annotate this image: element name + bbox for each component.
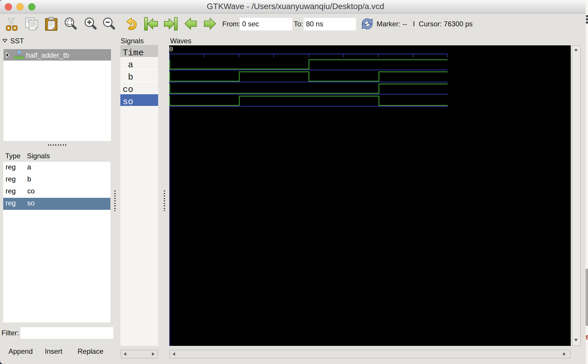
svg-text:0: 0 xyxy=(169,46,173,53)
